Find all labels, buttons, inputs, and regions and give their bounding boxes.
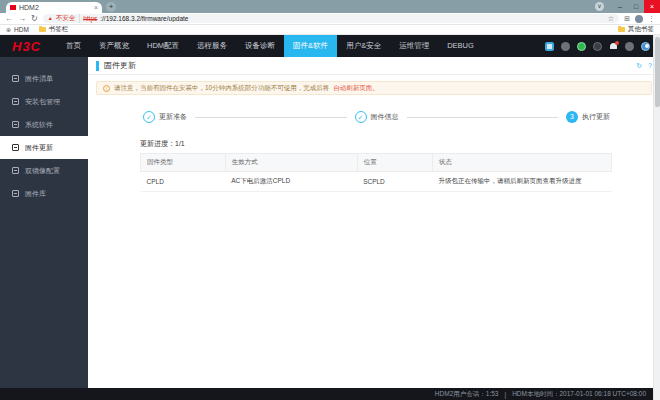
tab-search-button[interactable]: ∨	[595, 2, 604, 11]
page-scrollbar[interactable]	[653, 35, 660, 400]
table-row: CPLD AC下电后激活CPLD SCPLD 升级包正在传输中，请稍后刷新页面查…	[141, 172, 612, 192]
warning-circle-icon: !	[103, 85, 110, 92]
user-avatar[interactable]	[641, 42, 650, 51]
settings-icon[interactable]	[625, 42, 634, 51]
nav-item-users-security[interactable]: 用户&安全	[337, 35, 390, 57]
bookmark-item-hdm[interactable]: ⊕ HDM	[6, 26, 29, 33]
alert-badge	[615, 41, 619, 45]
update-stepper: ✓ 更新准备 ✓ 固件信息 3 执行更新	[143, 111, 610, 123]
h3c-favicon-icon	[10, 5, 16, 10]
sidebar-item-firmware-list[interactable]: 固件清单	[0, 67, 88, 90]
browser-menu-icon[interactable]: ⋮	[648, 15, 655, 23]
tab-close-icon[interactable]: ×	[94, 4, 98, 11]
notice-banner: ! 请注意，当前有固件在安装中，10分钟内系统部分功能不可使用，完成后将 自动刷…	[96, 81, 652, 95]
app-nav-bar: H3C 首页 资产概览 HDM配置 远程服务 设备诊断 固件&软件 用户&安全 …	[0, 35, 660, 57]
sidebar-item-label: 固件库	[25, 189, 46, 199]
help-icon[interactable]: ?	[648, 62, 652, 69]
sidebar-item-package-mgmt[interactable]: 安装包管理	[0, 90, 88, 113]
extensions-icon[interactable]: ⊞	[624, 15, 630, 23]
step-execute: 3 执行更新	[566, 111, 610, 123]
bookmark-label: HDM	[14, 26, 29, 33]
step-done-icon: ✓	[355, 111, 367, 123]
package-icon	[12, 98, 19, 105]
refresh-icon[interactable]: ↻	[636, 62, 642, 69]
sidebar-item-label: 双镜像配置	[25, 166, 60, 176]
window-maximize-button[interactable]: □	[628, 0, 644, 13]
list-icon	[12, 75, 19, 82]
page-header: 固件更新 ↻ ?	[88, 57, 660, 75]
browser-tab-strip: HDM2 × + ∨ – □ ×	[0, 0, 660, 13]
tab-title: HDM2	[19, 4, 91, 11]
step-connector	[195, 117, 347, 118]
nav-item-diagnostics[interactable]: 设备诊断	[236, 35, 284, 57]
address-bar[interactable]: ▲ 不安全 https ://192.168.3.2/firmware/upda…	[43, 14, 619, 23]
power-status-icon[interactable]	[577, 42, 586, 51]
title-accent-bar	[96, 61, 99, 71]
forward-button[interactable]: →	[18, 15, 26, 23]
main-content: 固件更新 ↻ ? ! 请注意，当前有固件在安装中，10分钟内系统部分功能不可使用…	[88, 57, 660, 388]
nav-item-maintenance[interactable]: 运维管理	[390, 35, 438, 57]
nav-item-firmware-software[interactable]: 固件&软件	[284, 35, 337, 57]
other-bookmarks[interactable]: 其他书签	[618, 25, 654, 34]
col-status: 状态	[433, 154, 612, 172]
bookmark-folder[interactable]: 书签栏	[39, 25, 69, 34]
browser-profile-avatar[interactable]	[635, 15, 643, 23]
reload-button[interactable]: ↻	[31, 15, 38, 23]
sidebar: 固件清单 安装包管理 系统软件 固件更新 双镜像配置 固件库	[0, 57, 88, 388]
step-info: ✓ 固件信息	[355, 111, 399, 123]
firmware-update-table: 固件类型 生效方式 位置 状态 CPLD AC下电后激活CPLD SCPLD 升…	[140, 153, 612, 192]
clipboard-icon[interactable]	[545, 42, 554, 51]
url-text: ://192.168.3.2/firmware/update	[100, 15, 605, 22]
sidebar-item-dual-image[interactable]: 双镜像配置	[0, 159, 88, 182]
uid-led-icon[interactable]	[593, 42, 602, 51]
step-label: 执行更新	[582, 112, 610, 122]
nav-item-hdm-config[interactable]: HDM配置	[138, 35, 188, 57]
browser-toolbar: ← → ↻ ▲ 不安全 https ://192.168.3.2/firmwar…	[0, 13, 660, 25]
window-close-button[interactable]: ×	[644, 0, 660, 13]
h3c-logo: H3C	[12, 39, 41, 54]
scrollbar-thumb[interactable]	[655, 37, 660, 107]
repository-icon	[12, 190, 19, 197]
sidebar-item-firmware-repo[interactable]: 固件库	[0, 182, 88, 205]
col-location: 位置	[357, 154, 432, 172]
back-button[interactable]: ←	[5, 15, 13, 23]
window-minimize-button[interactable]: –	[612, 0, 628, 13]
nav-item-home[interactable]: 首页	[57, 35, 90, 57]
step-connector	[407, 117, 559, 118]
folder-icon	[39, 27, 46, 32]
folder-icon	[618, 27, 625, 32]
update-icon	[12, 144, 19, 151]
step-prepare: ✓ 更新准备	[143, 111, 187, 123]
nav-item-assets[interactable]: 资产概览	[90, 35, 138, 57]
alerts-bell-icon[interactable]	[609, 42, 618, 51]
page-title: 固件更新	[104, 60, 136, 71]
nav-item-remote-service[interactable]: 远程服务	[188, 35, 236, 57]
table-header-row: 固件类型 生效方式 位置 状态	[141, 154, 612, 172]
other-bookmarks-label: 其他书签	[628, 25, 654, 34]
security-warning-label[interactable]: 不安全	[56, 14, 81, 23]
bookmark-folder-label: 书签栏	[49, 25, 69, 34]
language-icon[interactable]	[561, 42, 570, 51]
cell-activation-method: AC下电后激活CPLD	[225, 172, 357, 192]
nav-item-debug[interactable]: DEBUG	[438, 35, 483, 57]
notice-text: 请注意，当前有固件在安装中，10分钟内系统部分功能不可使用，完成后将	[114, 84, 329, 93]
bookmark-star-icon[interactable]: ☆	[608, 15, 614, 23]
image-config-icon	[12, 167, 19, 174]
cell-status: 升级包正在传输中，请稍后刷新页面查看升级进度	[433, 172, 612, 192]
cell-firmware-type: CPLD	[141, 172, 226, 192]
sidebar-item-label: 安装包管理	[25, 97, 60, 107]
col-activation-method: 生效方式	[225, 154, 357, 172]
update-progress-label: 更新进度：1/1	[140, 139, 660, 149]
step-label: 更新准备	[159, 112, 187, 122]
url-scheme: https	[83, 15, 97, 22]
notice-emphasis: 自动刷新页面。	[333, 84, 379, 93]
browser-tab[interactable]: HDM2 ×	[6, 2, 102, 13]
cell-location: SCPLD	[357, 172, 432, 192]
session-count: HDM2用户会话：1:53	[435, 390, 499, 399]
sidebar-item-firmware-update[interactable]: 固件更新	[0, 136, 88, 159]
new-tab-button[interactable]: +	[106, 2, 116, 12]
sidebar-item-label: 固件清单	[25, 74, 53, 84]
sidebar-item-label: 固件更新	[25, 143, 53, 153]
sidebar-item-system-software[interactable]: 系统软件	[0, 113, 88, 136]
step-current-icon: 3	[566, 111, 578, 123]
